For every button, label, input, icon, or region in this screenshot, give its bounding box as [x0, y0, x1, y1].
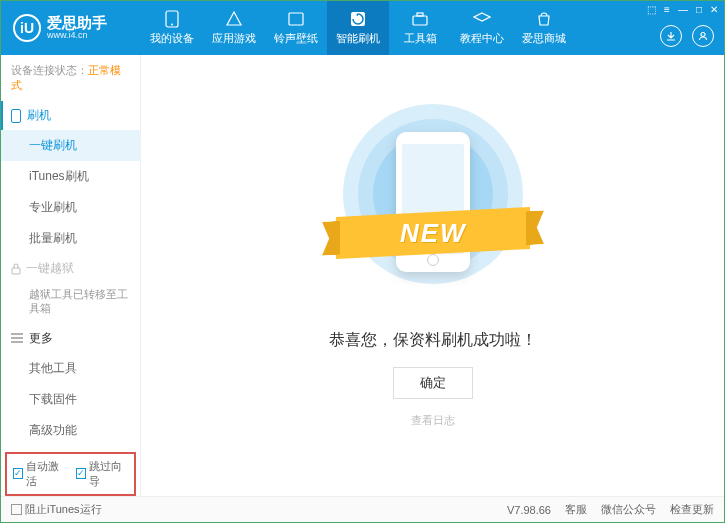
- close-icon[interactable]: ✕: [710, 4, 718, 15]
- jailbreak-note: 越狱工具已转移至工具箱: [1, 283, 140, 324]
- section-title: 更多: [29, 330, 53, 347]
- apps-icon: [225, 10, 243, 28]
- tab-toolbox[interactable]: 工具箱: [389, 1, 451, 55]
- checkbox-label: 自动激活: [26, 459, 65, 489]
- tab-shop[interactable]: 爱思商城: [513, 1, 575, 55]
- maximize-icon[interactable]: □: [696, 4, 702, 15]
- app-title: 爱思助手: [47, 15, 107, 32]
- sidebar-item-pro-flash[interactable]: 专业刷机: [1, 192, 140, 223]
- link-check-update[interactable]: 检查更新: [670, 502, 714, 517]
- svg-rect-8: [12, 268, 20, 274]
- section-title: 刷机: [27, 107, 51, 124]
- app-url: www.i4.cn: [47, 31, 107, 41]
- logo-text: 爱思助手 www.i4.cn: [47, 15, 107, 41]
- shop-icon: [535, 10, 553, 28]
- success-illustration: NEW: [318, 104, 548, 304]
- logo-area: iU 爱思助手 www.i4.cn: [1, 14, 141, 42]
- check-icon: ✓: [76, 468, 86, 479]
- svg-point-1: [171, 24, 173, 26]
- view-log-link[interactable]: 查看日志: [411, 413, 455, 428]
- phone-icon: [163, 10, 181, 28]
- titlebar: iU 爱思助手 www.i4.cn 我的设备 应用游戏 铃声壁纸 智能刷机: [1, 1, 724, 55]
- tab-apps[interactable]: 应用游戏: [203, 1, 265, 55]
- check-icon: ✓: [13, 468, 23, 479]
- tab-label: 工具箱: [404, 31, 437, 46]
- minimize-icon[interactable]: —: [678, 4, 688, 15]
- menu-icon: [11, 333, 23, 343]
- tab-label: 教程中心: [460, 31, 504, 46]
- tab-label: 铃声壁纸: [274, 31, 318, 46]
- link-support[interactable]: 客服: [565, 502, 587, 517]
- tutorial-icon: [473, 10, 491, 28]
- svg-rect-7: [12, 109, 21, 122]
- checkbox-icon: [11, 504, 22, 515]
- tab-label: 爱思商城: [522, 31, 566, 46]
- ribbon-text: NEW: [399, 217, 466, 248]
- statusbar-left: 阻止iTunes运行: [11, 502, 102, 517]
- checkbox-block-itunes[interactable]: 阻止iTunes运行: [11, 502, 102, 517]
- section-flash[interactable]: 刷机: [1, 101, 140, 130]
- checkbox-label: 阻止iTunes运行: [25, 502, 102, 517]
- svg-rect-5: [417, 13, 423, 16]
- sidebar-item-advanced[interactable]: 高级功能: [1, 415, 140, 446]
- window-controls: ⬚ ≡ — □ ✕: [647, 4, 718, 15]
- flash-icon: [349, 10, 367, 28]
- lock-icon: [11, 263, 21, 275]
- menu-icon[interactable]: ≡: [664, 4, 670, 15]
- download-icon[interactable]: [660, 25, 682, 47]
- checkbox-row-highlighted: ✓ 自动激活 ✓ 跳过向导: [5, 452, 136, 496]
- sidebar: 设备连接状态：正常模式 刷机 一键刷机 iTunes刷机 专业刷机 批量刷机 一…: [1, 55, 141, 496]
- link-wechat[interactable]: 微信公众号: [601, 502, 656, 517]
- svg-point-6: [701, 33, 705, 37]
- tab-label: 智能刷机: [336, 31, 380, 46]
- user-icon[interactable]: [692, 25, 714, 47]
- svg-rect-2: [289, 13, 303, 25]
- tab-label: 应用游戏: [212, 31, 256, 46]
- logo-icon: iU: [13, 14, 41, 42]
- section-jailbreak: 一键越狱: [1, 254, 140, 283]
- tab-my-device[interactable]: 我的设备: [141, 1, 203, 55]
- sidebar-item-download-firmware[interactable]: 下载固件: [1, 384, 140, 415]
- app-window: iU 爱思助手 www.i4.cn 我的设备 应用游戏 铃声壁纸 智能刷机: [0, 0, 725, 523]
- tab-tutorial[interactable]: 教程中心: [451, 1, 513, 55]
- tab-label: 我的设备: [150, 31, 194, 46]
- checkbox-skip-guide[interactable]: ✓ 跳过向导: [76, 459, 129, 489]
- sidebar-item-other-tools[interactable]: 其他工具: [1, 353, 140, 384]
- tab-media[interactable]: 铃声壁纸: [265, 1, 327, 55]
- body-area: 设备连接状态：正常模式 刷机 一键刷机 iTunes刷机 专业刷机 批量刷机 一…: [1, 55, 724, 496]
- sidebar-item-oneclick-flash[interactable]: 一键刷机: [1, 130, 140, 161]
- sidebar-item-batch-flash[interactable]: 批量刷机: [1, 223, 140, 254]
- media-icon: [287, 10, 305, 28]
- pin-icon[interactable]: ⬚: [647, 4, 656, 15]
- nav-tabs: 我的设备 应用游戏 铃声壁纸 智能刷机 工具箱 教程中心: [141, 1, 575, 55]
- success-message: 恭喜您，保资料刷机成功啦！: [329, 330, 537, 351]
- svg-rect-4: [413, 16, 427, 25]
- statusbar: 阻止iTunes运行 V7.98.66 客服 微信公众号 检查更新: [1, 496, 724, 522]
- conn-label: 设备连接状态：: [11, 64, 88, 76]
- main-content: NEW 恭喜您，保资料刷机成功啦！ 确定 查看日志: [141, 55, 724, 496]
- titlebar-right-icons: [660, 25, 714, 47]
- toolbox-icon: [411, 10, 429, 28]
- section-more[interactable]: 更多: [1, 324, 140, 353]
- ok-button[interactable]: 确定: [393, 367, 473, 399]
- statusbar-right: V7.98.66 客服 微信公众号 检查更新: [507, 502, 714, 517]
- phone-icon: [11, 109, 21, 123]
- sidebar-item-itunes-flash[interactable]: iTunes刷机: [1, 161, 140, 192]
- checkbox-label: 跳过向导: [89, 459, 128, 489]
- section-title: 一键越狱: [26, 260, 74, 277]
- version-text: V7.98.66: [507, 504, 551, 516]
- connection-status: 设备连接状态：正常模式: [1, 55, 140, 101]
- tab-flash[interactable]: 智能刷机: [327, 1, 389, 55]
- checkbox-auto-activate[interactable]: ✓ 自动激活: [13, 459, 66, 489]
